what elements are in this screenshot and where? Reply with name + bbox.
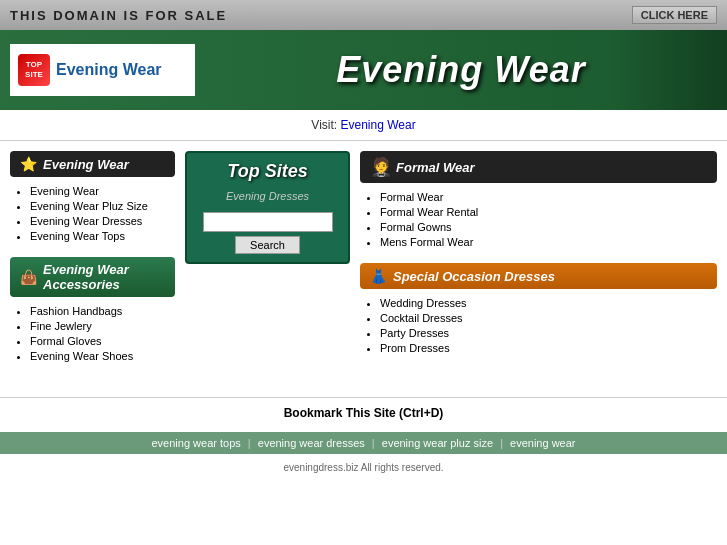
party-dresses-link[interactable]: Party Dresses — [380, 327, 449, 339]
special-occasion-list: Wedding Dresses Cocktail Dresses Party D… — [360, 297, 717, 354]
left-column: ⭐ Evening Wear Evening Wear Evening Wear… — [10, 151, 175, 377]
right-column: 🤵 Formal Wear Formal Wear Formal Wear Re… — [360, 151, 717, 377]
list-item: Mens Formal Wear — [380, 236, 717, 248]
footer-link-dresses[interactable]: evening wear dresses — [258, 437, 365, 449]
top-banner: THIS DOMAIN IS FOR SALE CLICK HERE — [0, 0, 727, 30]
prom-dresses-link[interactable]: Prom Dresses — [380, 342, 450, 354]
copyright: eveningdress.biz All rights reserved. — [0, 454, 727, 481]
cocktail-dresses-link[interactable]: Cocktail Dresses — [380, 312, 463, 324]
list-item: Evening Wear Shoes — [30, 350, 175, 362]
formal-wear-rental-link[interactable]: Formal Wear Rental — [380, 206, 478, 218]
evening-wear-link[interactable]: Evening Wear — [30, 185, 99, 197]
main-content: ⭐ Evening Wear Evening Wear Evening Wear… — [0, 141, 727, 387]
accessories-list: Fashion Handbags Fine Jewlery Formal Glo… — [10, 305, 175, 362]
accessories-title: Evening Wear Accessories — [43, 262, 165, 292]
star-icon: ⭐ — [20, 156, 37, 172]
evening-wear-list: Evening Wear Evening Wear Pluz Size Even… — [10, 185, 175, 242]
accessories-icon: 👜 — [20, 269, 37, 285]
evening-wear-title: Evening Wear — [43, 157, 129, 172]
footer-links: evening wear tops | evening wear dresses… — [0, 432, 727, 454]
special-occasion-title: Special Occasion Dresses — [393, 269, 555, 284]
separator: | — [500, 437, 506, 449]
gloves-link[interactable]: Formal Gloves — [30, 335, 102, 347]
badge-text: TOP SITE — [25, 60, 43, 79]
header-logo-text: Evening Wear — [56, 61, 162, 79]
list-item: Fashion Handbags — [30, 305, 175, 317]
formal-gowns-link[interactable]: Formal Gowns — [380, 221, 452, 233]
list-item: Formal Gowns — [380, 221, 717, 233]
separator: | — [372, 437, 378, 449]
header-title: Evening Wear — [336, 49, 585, 91]
list-item: Formal Wear — [380, 191, 717, 203]
special-occasion-header: 👗 Special Occasion Dresses — [360, 263, 717, 289]
copyright-text: eveningdress.biz All rights reserved. — [283, 462, 443, 473]
top-site-badge: TOP SITE — [18, 54, 50, 86]
wedding-dresses-link[interactable]: Wedding Dresses — [380, 297, 467, 309]
list-item: Evening Wear — [30, 185, 175, 197]
mens-formal-link[interactable]: Mens Formal Wear — [380, 236, 473, 248]
shoes-link[interactable]: Evening Wear Shoes — [30, 350, 133, 362]
list-item: Formal Wear Rental — [380, 206, 717, 218]
handbags-link[interactable]: Fashion Handbags — [30, 305, 122, 317]
formal-wear-list: Formal Wear Formal Wear Rental Formal Go… — [360, 191, 717, 248]
list-item: Cocktail Dresses — [380, 312, 717, 324]
top-sites-box: Top Sites Evening Dresses Search — [185, 151, 350, 264]
evening-wear-dresses-link[interactable]: Evening Wear Dresses — [30, 215, 142, 227]
top-sites-subtext: Evening Dresses — [195, 190, 340, 202]
evening-wear-tops-link[interactable]: Evening Wear Tops — [30, 230, 125, 242]
list-item: Formal Gloves — [30, 335, 175, 347]
list-item: Evening Wear Dresses — [30, 215, 175, 227]
search-button[interactable]: Search — [235, 236, 300, 254]
evening-wear-header: ⭐ Evening Wear — [10, 151, 175, 177]
list-item: Party Dresses — [380, 327, 717, 339]
header-decor — [607, 30, 727, 110]
list-item: Evening Wear Tops — [30, 230, 175, 242]
formal-wear-link[interactable]: Formal Wear — [380, 191, 443, 203]
list-item: Evening Wear Pluz Size — [30, 200, 175, 212]
evening-wear-pluz-link[interactable]: Evening Wear Pluz Size — [30, 200, 148, 212]
middle-column: Top Sites Evening Dresses Search — [185, 151, 350, 377]
visit-prefix: Visit: — [311, 118, 337, 132]
footer-link-pluz[interactable]: evening wear pluz size — [382, 437, 493, 449]
list-item: Fine Jewlery — [30, 320, 175, 332]
bookmark-bar: Bookmark This Site (Ctrl+D) — [0, 397, 727, 432]
dress-icon: 👗 — [370, 268, 387, 284]
site-header: TOP SITE Evening Wear Evening Wear — [0, 30, 727, 110]
header-logo-area: TOP SITE Evening Wear — [10, 44, 195, 96]
footer-link-wear[interactable]: evening wear — [510, 437, 575, 449]
bookmark-title: Bookmark This Site (Ctrl+D) — [8, 406, 719, 420]
visit-bar: Visit: Evening Wear — [0, 110, 727, 141]
jewlery-link[interactable]: Fine Jewlery — [30, 320, 92, 332]
formal-wear-header: 🤵 Formal Wear — [360, 151, 717, 183]
search-area: Search — [195, 212, 340, 254]
separator: | — [248, 437, 254, 449]
search-input[interactable] — [203, 212, 333, 232]
list-item: Wedding Dresses — [380, 297, 717, 309]
banner-text: THIS DOMAIN IS FOR SALE — [10, 8, 227, 23]
tuxedo-icon: 🤵 — [370, 156, 392, 178]
click-here-button[interactable]: CLICK HERE — [632, 6, 717, 24]
visit-link[interactable]: Evening Wear — [340, 118, 415, 132]
footer-link-tops[interactable]: evening wear tops — [152, 437, 241, 449]
list-item: Prom Dresses — [380, 342, 717, 354]
formal-wear-title: Formal Wear — [396, 160, 475, 175]
accessories-header: 👜 Evening Wear Accessories — [10, 257, 175, 297]
top-sites-title: Top Sites — [195, 161, 340, 182]
